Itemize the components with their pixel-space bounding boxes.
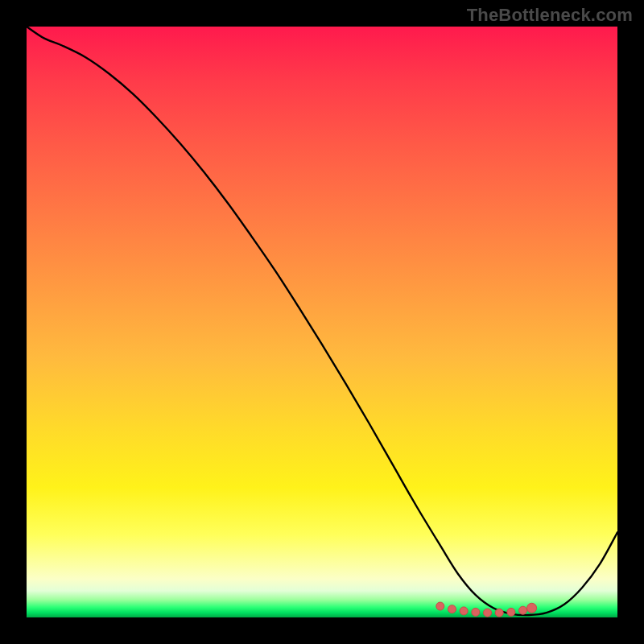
marker-dot — [460, 607, 468, 615]
marker-dot — [436, 602, 444, 610]
curve-layer — [27, 27, 617, 617]
marker-dot — [507, 608, 515, 616]
plot-area — [27, 27, 617, 617]
marker-dot — [495, 609, 503, 617]
bottleneck-curve — [27, 27, 617, 615]
watermark-text: TheBottleneck.com — [467, 5, 633, 26]
marker-dot — [472, 608, 480, 616]
marker-dot — [484, 609, 492, 617]
marker-dot — [527, 603, 537, 613]
marker-dot — [448, 605, 456, 613]
marker-dot — [519, 606, 527, 614]
chart-frame: TheBottleneck.com — [0, 0, 644, 644]
